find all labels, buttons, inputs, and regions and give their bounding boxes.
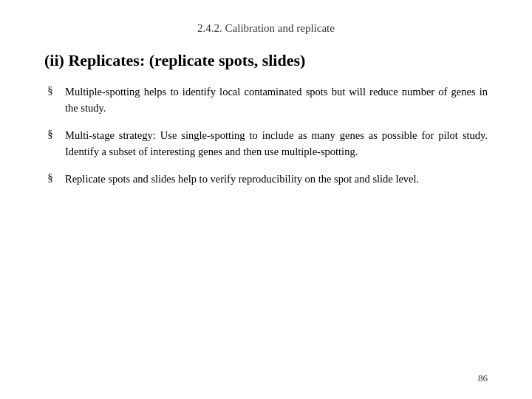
bullet-symbol-3: § <box>44 171 56 184</box>
main-heading: (ii) Replicates: (replicate spots, slide… <box>44 51 488 70</box>
bullet-symbol-1: § <box>44 84 56 97</box>
page-number: 86 <box>44 365 488 384</box>
list-item: § Multi-stage strategy: Use single-spott… <box>44 127 488 160</box>
bullet-text-3: Replicate spots and slides help to verif… <box>65 171 419 187</box>
list-item: § Replicate spots and slides help to ver… <box>44 171 488 187</box>
bullet-symbol-2: § <box>44 128 56 140</box>
bullet-text-2: Multi-stage strategy: Use single-spottin… <box>65 127 488 160</box>
list-item: § Multiple-spotting helps to identify lo… <box>44 83 488 117</box>
page-container: 2.4.2. Calibration and replicate (ii) Re… <box>0 0 532 399</box>
bullet-text-1: Multiple-spotting helps to identify loca… <box>65 83 488 117</box>
bullet-list: § Multiple-spotting helps to identify lo… <box>44 83 488 365</box>
section-title: 2.4.2. Calibration and replicate <box>44 22 488 35</box>
